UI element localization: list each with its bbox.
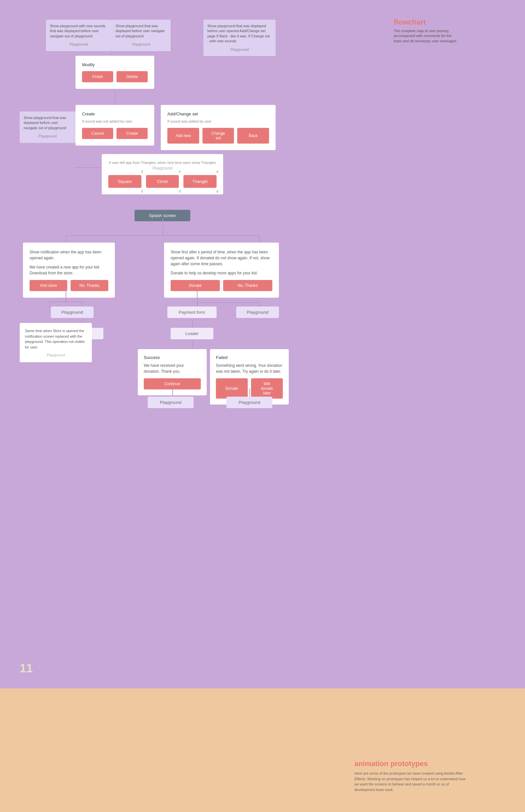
triangle-button[interactable]: Triangle	[183, 175, 216, 188]
flowchart-description: The complete map of user journey, accomp…	[394, 29, 460, 44]
playground-4-label: Playground	[239, 400, 260, 405]
create-subtitle: If sound was not added by user	[82, 119, 148, 124]
modify-card: Modify Finish Delete	[75, 56, 154, 89]
cancel-button[interactable]: Cancel	[82, 128, 113, 139]
create-card: Create If sound was not added by user Ca…	[75, 105, 154, 145]
square-top-label: d	[141, 170, 143, 173]
purple-box-4-text: Show playground that was displayed befor…	[24, 115, 72, 130]
flowchart-label: flowchart The complete map of user journ…	[394, 18, 460, 44]
same-time-card: Same time when Store is opened the notif…	[20, 323, 92, 362]
purple-box-1-text: Show playground with new sounds that was…	[50, 24, 108, 39]
shape-buttons-row: d Square d d Circle d d Triangle d	[108, 175, 216, 188]
purple-box-2-text: Show playground that was displayed befor…	[116, 24, 167, 39]
line-1	[115, 92, 116, 105]
playground-box-4: Playground	[226, 397, 272, 408]
no-thanks-button-1[interactable]: No, Thanks	[71, 280, 108, 291]
donate-text2: Donate to help us develop more apps for …	[170, 270, 272, 276]
add-change-set-card: Add/Change set If sound was added by use…	[161, 105, 275, 150]
modify-title: Modify	[82, 62, 148, 67]
new-app-text3: Download from the store.	[30, 270, 108, 276]
playground-box-2: Playground	[236, 307, 279, 318]
purple-section: flowchart The complete map of user journ…	[0, 0, 525, 688]
loader-label: Loader	[185, 331, 198, 336]
triangle-bottom-label: d	[216, 189, 218, 193]
success-title: Success	[144, 355, 201, 360]
peach-section: animation prototypes Here are some of th…	[0, 688, 525, 812]
animation-description: Here are some of the prototypes we have …	[355, 771, 466, 792]
purple-box-2-label: Playground	[116, 42, 167, 47]
no-thanks-button-2[interactable]: No, Thanks	[223, 280, 272, 291]
same-time-text: Same time when Store is opened the notif…	[25, 328, 87, 350]
will-donate-later-button[interactable]: Will donate later	[251, 378, 283, 399]
create-title: Create	[82, 111, 148, 116]
create-button[interactable]: Create	[117, 128, 148, 139]
square-bottom-label: d	[141, 189, 143, 193]
line-splash-down	[162, 219, 163, 235]
line-new-app-split	[49, 301, 82, 302]
playground-main-card: If user left app from Triangles, when ne…	[102, 154, 223, 194]
line-playground-1-down	[49, 301, 50, 308]
new-app-card: Show notification when the app has been …	[23, 243, 115, 298]
playground-sublabel: Playground	[108, 166, 216, 170]
add-change-set-buttons: Add new Change set Back	[167, 128, 269, 144]
purple-box-2: Show playground that was displayed befor…	[111, 20, 170, 51]
donate-button-2[interactable]: Donate	[216, 378, 248, 399]
success-text: We have received your donation. Thank yo…	[144, 362, 201, 374]
donate-buttons: Donate No, Thanks	[170, 280, 272, 291]
square-wrapper: d Square d	[108, 175, 141, 188]
animation-title: animation prototypes	[355, 760, 466, 768]
modify-buttons: Finish Delete	[82, 71, 148, 82]
add-change-set-subtitle: If sound was added by user	[167, 119, 269, 124]
playground-1-label: Playground	[61, 310, 83, 315]
failed-title: Failed	[216, 355, 283, 360]
failed-text: Something went wrong. Your donation was …	[216, 362, 283, 374]
playground-3-label: Playground	[160, 400, 181, 405]
change-set-button[interactable]: Change set	[202, 128, 234, 144]
flowchart-title: flowchart	[394, 18, 460, 27]
square-button[interactable]: Square	[108, 175, 141, 188]
donate-card: Show first after x period of time, when …	[164, 243, 279, 298]
purple-box-3-label: Playground	[207, 47, 272, 52]
new-app-text1: Show notification when the app has been …	[30, 249, 108, 261]
playground-2-label: Playground	[247, 310, 268, 315]
new-app-buttons: Visit store No, Thanks	[30, 280, 108, 291]
line-new-app-down	[65, 288, 66, 301]
loader-box: Loader	[170, 328, 213, 339]
circle-bottom-label: d	[179, 189, 181, 193]
purple-box-4-label: Playground	[24, 134, 72, 139]
circle-button[interactable]: Circle	[146, 175, 179, 188]
back-button[interactable]: Back	[237, 128, 269, 144]
purple-box-3-text: Show playground that was displayed befor…	[207, 24, 272, 44]
splash-screen-label: Splash screen	[149, 213, 176, 218]
add-change-set-title: Add/Change set	[167, 111, 269, 116]
line-donate-split	[197, 302, 259, 303]
delete-button[interactable]: Delete	[117, 71, 148, 82]
purple-box-3: Show playground that was displayed befor…	[204, 20, 275, 56]
new-app-text2: We have created a new app for your kid.	[30, 264, 108, 270]
payment-form-box: Payment form	[167, 307, 216, 318]
circle-wrapper: d Circle d	[146, 175, 179, 188]
same-time-playground-label: Playground	[25, 353, 87, 357]
triangle-top-label: d	[216, 170, 218, 173]
triangle-wrapper: d Triangle d	[183, 175, 216, 188]
purple-box-1-label: Playground	[50, 42, 108, 47]
playground-main-label: If user left app from Triangles, when ne…	[108, 161, 216, 165]
add-new-button[interactable]: Add new	[167, 128, 199, 144]
continue-button[interactable]: Continue	[144, 378, 201, 389]
circle-top-label: d	[179, 170, 181, 173]
create-buttons: Cancel Create	[82, 128, 148, 139]
page-number: 11	[20, 661, 33, 675]
visit-store-button[interactable]: Visit store	[30, 280, 67, 291]
finish-button[interactable]: Finish	[82, 71, 113, 82]
playground-box-3: Playground	[148, 397, 194, 408]
donate-button-1[interactable]: Donate	[170, 280, 220, 291]
purple-box-1: Show playground with new sounds that was…	[46, 20, 111, 51]
animation-prototypes-section: animation prototypes Here are some of th…	[355, 760, 466, 792]
line-donate-right	[197, 289, 197, 302]
playground-box-1: Playground	[51, 307, 93, 318]
payment-form-label: Payment form	[179, 310, 206, 315]
line-split	[65, 235, 259, 236]
purple-box-4: Show playground that was displayed befor…	[20, 111, 75, 143]
donate-text1: Show first after x period of time, when …	[170, 249, 272, 267]
